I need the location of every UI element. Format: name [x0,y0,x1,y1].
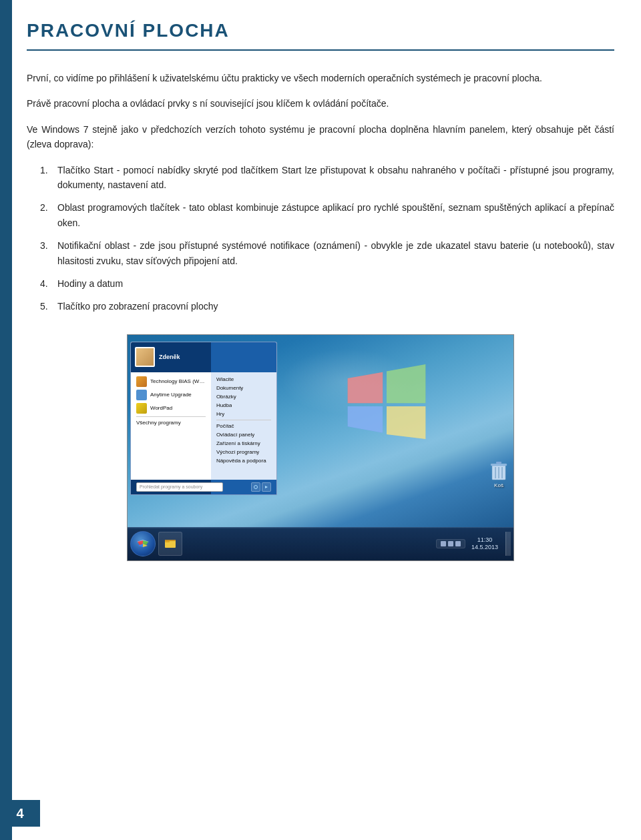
taskbar-app-1[interactable] [158,532,182,556]
list-number-2: 2. [40,200,52,230]
main-content: PRACOVNÍ PLOCHA První, co vidíme po přih… [27,0,614,561]
header-section: PRACOVNÍ PLOCHA [27,20,614,51]
paragraph-2: Právě pracovní plocha a ovládací prvky s… [27,96,614,111]
list-number-3: 3. [40,238,52,268]
menu-divider [216,420,271,420]
menu-item-row: Anytime Upgrade [131,388,211,402]
recycle-bin: Koš [489,460,508,488]
list-content-1: Tlačítko Start - pomocí nabídky skryté p… [57,163,614,193]
show-desktop-button[interactable] [505,532,511,556]
list-number-1: 1. [40,163,52,193]
menu-item-text: Wlacite [216,376,234,382]
menu-icon [136,376,147,387]
menu-item-text: Dokumenty [216,385,243,391]
start-orb-icon [136,536,150,551]
menu-icon [136,403,147,414]
search-bar[interactable]: Prohledat programy a soubory [136,482,223,492]
svg-marker-6 [265,486,268,488]
user-name: Zdeněk [159,354,180,360]
tray-icon-dot-3 [455,541,461,546]
tray-icon-dot-1 [441,541,446,546]
menu-item-row: Hudba [211,401,276,410]
arrow-icon [264,485,268,489]
power-buttons [251,482,271,492]
menu-item-row: WordPad [131,402,211,415]
svg-rect-2 [496,462,501,464]
taskbar-apps [158,532,436,556]
all-programs-label: Všechny programy [136,420,181,426]
start-menu-body: Technology BIAS (Windsoc) Anytime Upgrad… [131,372,276,480]
menu-item-text: Výchozí programy [216,449,259,455]
windows-logo [340,355,433,448]
list-item-2: 2. Oblast programových tlačítek - tato o… [40,200,614,230]
start-menu: Zdeněk Technology BIAS (Windsoc) [130,342,277,495]
recycle-bin-label: Koš [494,482,503,488]
menu-item-text: Anytime Upgrade [150,392,192,398]
menu-item-text: Nápověda a podpora [216,458,266,464]
menu-item-row: Obrázky [211,392,276,401]
tray-icon-dot-2 [448,541,453,546]
page-container: 4 PRACOVNÍ PLOCHA První, co vidíme po př… [0,0,641,840]
menu-item-text: Technology BIAS (Windsoc) [150,378,206,384]
menu-item-row: Dokumenty [211,384,276,392]
list-number-5: 5. [40,299,52,314]
user-avatar [135,347,155,367]
list-content-3: Notifikační oblast - zde jsou přístupné … [57,238,614,268]
win7-taskbar: 11:30 14.5.2013 [128,527,513,560]
start-menu-footer: Prohledat programy a soubory [131,480,276,494]
menu-item-row: Nápověda a podpora [211,456,276,465]
list-item-4: 4. Hodiny a datum [40,276,614,291]
menu-item-row: Wlacite [211,375,276,384]
recycle-bin-icon [489,460,508,481]
win7-screenshot: Koš Zdeněk [127,334,514,561]
menu-item-text: WordPad [150,405,172,411]
tray-clock: 11:30 14.5.2013 [468,535,501,553]
system-tray: 11:30 14.5.2013 [436,532,511,556]
menu-item-text: Počítač [216,423,234,429]
paragraph-1: První, co vidíme po přihlášení k uživate… [27,71,614,85]
menu-divider [136,416,206,417]
start-menu-right: Wlacite Dokumenty Obrázky Hudba [211,372,276,480]
menu-item-row: Hry [211,410,276,418]
menu-item-row: Počítač [211,422,276,430]
menu-item-text: Hudba [216,402,232,408]
power-icon [254,485,258,489]
menu-item-row: Technology BIAS (Windsoc) [131,375,211,388]
numbered-list: 1. Tlačítko Start - pomocí nabídky skryt… [40,163,614,314]
menu-item-row: Zařízení a tiskárny [211,439,276,448]
menu-all-programs-row: Všechny programy [131,418,211,427]
list-content-2: Oblast programových tlačítek - tato obla… [57,200,614,230]
menu-item-text: Ovládací panely [216,432,254,438]
page-number-area: 4 [0,800,40,827]
tray-icons [436,539,465,548]
win7-desktop: Koš Zdeněk [128,335,513,528]
menu-item-row: Ovládací panely [211,430,276,439]
left-sidebar [0,0,12,840]
power-button[interactable] [251,482,260,492]
tray-date: 14.5.2013 [471,544,498,552]
explorer-icon [164,537,177,550]
start-menu-left: Technology BIAS (Windsoc) Anytime Upgrad… [131,372,211,480]
menu-item-row: Výchozí programy [211,448,276,456]
list-item-1: 1. Tlačítko Start - pomocí nabídky skryt… [40,163,614,193]
arrow-button[interactable] [262,482,271,492]
svg-rect-10 [165,540,176,541]
list-number-4: 4. [40,276,52,291]
menu-item-text: Obrázky [216,394,236,400]
page-number: 4 [16,806,23,821]
svg-rect-1 [491,464,507,466]
page-title: PRACOVNÍ PLOCHA [27,20,614,41]
list-content-4: Hodiny a datum [57,276,614,291]
screenshot-container: Koš Zdeněk [27,334,614,561]
start-menu-top: Zdeněk [131,342,276,372]
menu-icon [136,390,147,400]
list-content-5: Tlačítko pro zobrazení pracovní plochy [57,299,614,314]
menu-item-text: Hry [216,411,224,417]
search-text: Prohledat programy a soubory [140,484,202,489]
paragraph-3: Ve Windows 7 stejně jako v předchozích v… [27,122,614,152]
list-item-3: 3. Notifikační oblast - zde jsou přístup… [40,238,614,268]
list-item-5: 5. Tlačítko pro zobrazení pracovní ploch… [40,299,614,314]
start-button[interactable] [130,531,156,556]
menu-item-text: Zařízení a tiskárny [216,440,260,446]
tray-time: 11:30 [471,536,498,544]
